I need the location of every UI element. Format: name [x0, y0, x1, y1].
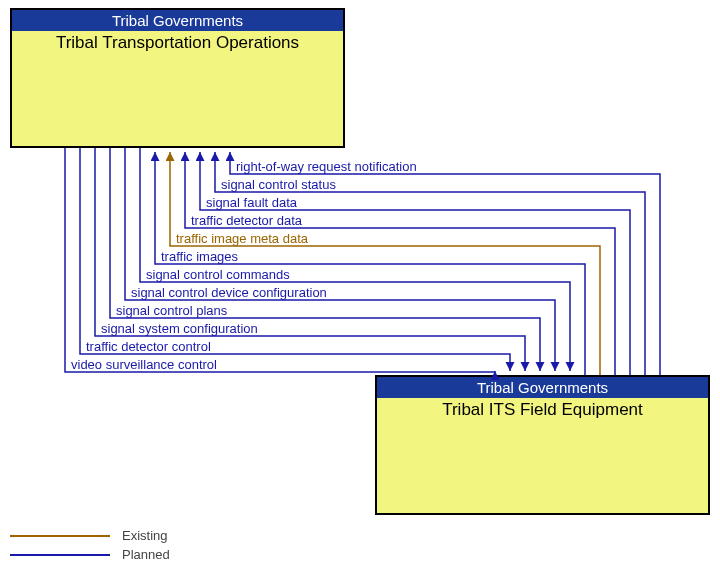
flow-label-to-top-0: right-of-way request notification: [236, 159, 417, 174]
flow-label-to-top-5: traffic images: [161, 249, 238, 264]
flow-label-to-top-1: signal control status: [221, 177, 336, 192]
flow-label-to-top-4: traffic image meta data: [176, 231, 308, 246]
node-top-title: Tribal Transportation Operations: [12, 31, 343, 55]
legend-label-planned: Planned: [122, 547, 170, 562]
node-bottom-title: Tribal ITS Field Equipment: [377, 398, 708, 422]
node-bottom-header: Tribal Governments: [377, 377, 708, 398]
legend-label-existing: Existing: [122, 528, 168, 543]
flow-label-to-bottom-1: signal control device configuration: [131, 285, 327, 300]
node-top-header: Tribal Governments: [12, 10, 343, 31]
legend-row-planned: Planned: [10, 547, 170, 562]
flow-label-to-top-2: signal fault data: [206, 195, 297, 210]
flow-label-to-bottom-4: traffic detector control: [86, 339, 211, 354]
legend-row-existing: Existing: [10, 528, 170, 543]
flow-label-to-top-3: traffic detector data: [191, 213, 302, 228]
legend: Existing Planned: [10, 528, 170, 566]
legend-line-existing: [10, 535, 110, 537]
flow-label-to-bottom-5: video surveillance control: [71, 357, 217, 372]
legend-line-planned: [10, 554, 110, 556]
flow-label-to-bottom-3: signal system configuration: [101, 321, 258, 336]
node-bottom: Tribal Governments Tribal ITS Field Equi…: [375, 375, 710, 515]
flow-label-to-bottom-0: signal control commands: [146, 267, 290, 282]
flow-label-to-bottom-2: signal control plans: [116, 303, 227, 318]
node-top: Tribal Governments Tribal Transportation…: [10, 8, 345, 148]
